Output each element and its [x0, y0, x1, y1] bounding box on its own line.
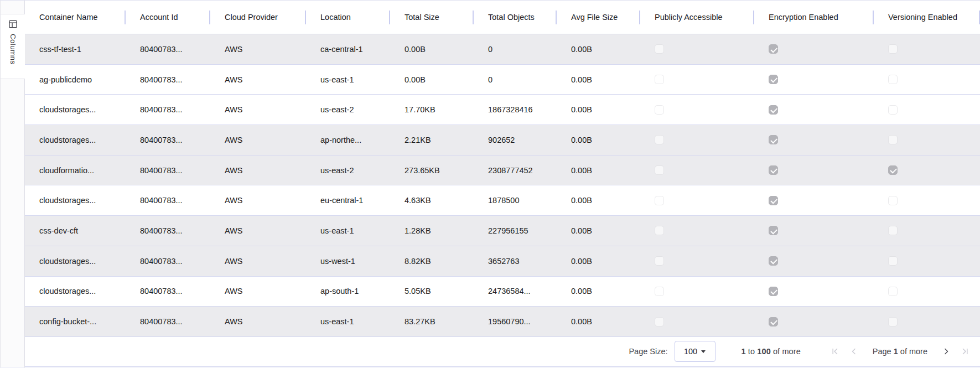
publicly_accessible-checkbox-unchecked: [655, 287, 664, 296]
table-row[interactable]: cloudstorages...80400783...AWSus-west-18…: [25, 246, 980, 277]
cell-name: css-tf-test-1: [25, 34, 126, 64]
grid-main: Container NameAccount IdCloud ProviderLo…: [25, 1, 980, 367]
cell-versioning_enabled: [874, 95, 980, 125]
cell-versioning_enabled: [874, 125, 980, 155]
cell-name: cloudstorages...: [25, 277, 126, 307]
cell-provider: AWS: [210, 277, 306, 307]
cell-publicly_accessible: [640, 156, 754, 185]
table-row[interactable]: cloudstorages...80400783...AWSap-northe.…: [25, 125, 980, 156]
publicly_accessible-checkbox-unchecked: [655, 317, 664, 326]
page-size-select[interactable]: 100: [675, 341, 715, 362]
table-row[interactable]: cloudstorages...80400783...AWSeu-central…: [25, 185, 980, 216]
header-cell-versioning_enabled[interactable]: Versioning Enabled: [874, 1, 980, 34]
publicly_accessible-checkbox-unchecked: [655, 75, 664, 84]
versioning_enabled-checkbox-unchecked: [888, 226, 898, 235]
header-cell-account[interactable]: Account Id: [126, 1, 210, 34]
header-cell-location[interactable]: Location: [306, 1, 390, 34]
cell-publicly_accessible: [640, 277, 754, 307]
header-label: Account Id: [140, 13, 178, 22]
header-cell-provider[interactable]: Cloud Provider: [210, 1, 306, 34]
table-row[interactable]: cloudformatio...80400783...AWSus-east-22…: [25, 156, 980, 186]
publicly_accessible-checkbox-unchecked: [655, 165, 664, 175]
versioning_enabled-checkbox-unchecked: [888, 196, 898, 205]
encryption_enabled-checkbox-checked: [769, 317, 778, 326]
cell-provider: AWS: [210, 125, 306, 155]
table-row[interactable]: cloudstorages...80400783...AWSus-east-21…: [25, 95, 980, 125]
page-total: more: [909, 347, 927, 356]
data-grid: Columns Container NameAccount IdCloud Pr…: [0, 0, 980, 368]
current-page: 1: [894, 347, 898, 356]
cell-location: us-east-1: [306, 307, 390, 336]
cell-avg_file_size: 0.00B: [557, 125, 640, 155]
header-cell-name[interactable]: Container Name: [25, 1, 126, 34]
encryption_enabled-checkbox-checked: [769, 105, 778, 115]
cell-location: ap-south-1: [306, 277, 390, 307]
next-page-icon[interactable]: [940, 345, 953, 358]
encryption_enabled-checkbox-checked: [769, 196, 778, 205]
cell-total_size: 0.00B: [390, 34, 474, 64]
cell-total_objects: 1878500: [474, 185, 557, 215]
table-row[interactable]: config-bucket-...80400783...AWSus-east-1…: [25, 307, 980, 337]
encryption_enabled-checkbox-checked: [769, 165, 778, 175]
cell-account: 80400783...: [126, 307, 210, 336]
cell-account: 80400783...: [126, 156, 210, 185]
cell-account: 80400783...: [126, 125, 210, 155]
header-cell-avg_file_size[interactable]: Avg File Size: [557, 1, 640, 34]
table-row[interactable]: cloudstorages...80400783...AWSap-south-1…: [25, 277, 980, 307]
cell-location: us-east-1: [306, 65, 390, 95]
cell-publicly_accessible: [640, 65, 754, 95]
cell-encryption_enabled: [754, 277, 874, 307]
summary-start: 1: [742, 347, 746, 356]
cell-total_size: 8.82KB: [390, 246, 474, 276]
publicly_accessible-checkbox-unchecked: [655, 226, 664, 235]
first-page-icon[interactable]: [828, 345, 842, 358]
cell-avg_file_size: 0.00B: [557, 65, 640, 95]
encryption_enabled-checkbox-checked: [769, 75, 778, 84]
cell-encryption_enabled: [754, 34, 874, 64]
cell-encryption_enabled: [754, 246, 874, 276]
header-cell-encryption_enabled[interactable]: Encryption Enabled: [754, 1, 874, 34]
encryption_enabled-checkbox-checked: [769, 44, 778, 54]
header-label: Cloud Provider: [225, 13, 278, 22]
page-indicator: Page 1 of more: [873, 347, 927, 356]
cell-name: ag-publicdemo: [25, 65, 126, 95]
cell-account: 80400783...: [126, 246, 210, 276]
table-row[interactable]: css-dev-cft80400783...AWSus-east-11.28KB…: [25, 216, 980, 246]
header-cell-publicly_accessible[interactable]: Publicly Accessible: [640, 1, 754, 34]
table-row[interactable]: ag-publicdemo80400783...AWSus-east-10.00…: [25, 65, 980, 95]
cell-provider: AWS: [210, 185, 306, 215]
cell-location: us-east-2: [306, 156, 390, 185]
cell-encryption_enabled: [754, 95, 874, 125]
cell-avg_file_size: 0.00B: [557, 185, 640, 215]
cell-versioning_enabled: [874, 307, 980, 336]
cell-total_objects: 1867328416: [474, 95, 557, 125]
cell-location: us-east-1: [306, 216, 390, 246]
header-label: Total Size: [405, 13, 439, 22]
row-range-summary: 1 to 100 of more: [742, 347, 801, 356]
cell-total_objects: 24736584...: [474, 277, 557, 307]
cell-provider: AWS: [210, 156, 306, 185]
cell-avg_file_size: 0.00B: [557, 34, 640, 64]
cell-versioning_enabled: [874, 216, 980, 246]
cell-avg_file_size: 0.00B: [557, 156, 640, 185]
publicly_accessible-checkbox-unchecked: [655, 256, 664, 266]
tool-sidebar: Columns: [0, 1, 25, 367]
cell-location: us-west-1: [306, 246, 390, 276]
cell-publicly_accessible: [640, 125, 754, 155]
last-page-icon[interactable]: [958, 345, 972, 358]
versioning_enabled-checkbox-unchecked: [888, 317, 898, 326]
cell-publicly_accessible: [640, 95, 754, 125]
cell-avg_file_size: 0.00B: [557, 277, 640, 307]
cell-total_objects: 3652763: [474, 246, 557, 276]
cell-provider: AWS: [210, 95, 306, 125]
previous-page-icon[interactable]: [847, 345, 860, 358]
publicly_accessible-checkbox-unchecked: [655, 105, 664, 115]
cell-provider: AWS: [210, 216, 306, 246]
cell-versioning_enabled: [874, 156, 980, 185]
table-row[interactable]: css-tf-test-180400783...AWSca-central-10…: [25, 34, 980, 65]
sidebar-tab-columns[interactable]: Columns: [1, 14, 25, 79]
header-cell-total_size[interactable]: Total Size: [390, 1, 474, 34]
header-cell-total_objects[interactable]: Total Objects: [474, 1, 557, 34]
header-label: Location: [320, 13, 351, 22]
cell-provider: AWS: [210, 307, 306, 336]
